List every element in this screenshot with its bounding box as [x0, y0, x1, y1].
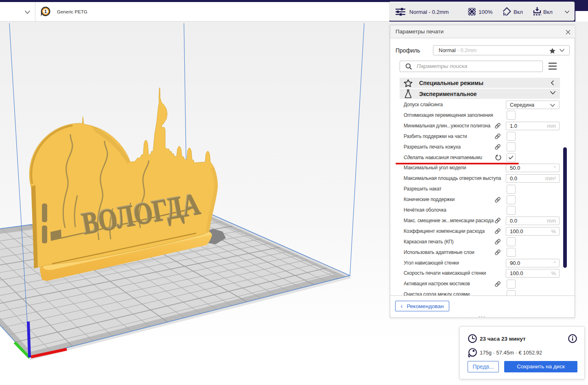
svg-text:1: 1 [44, 9, 47, 14]
